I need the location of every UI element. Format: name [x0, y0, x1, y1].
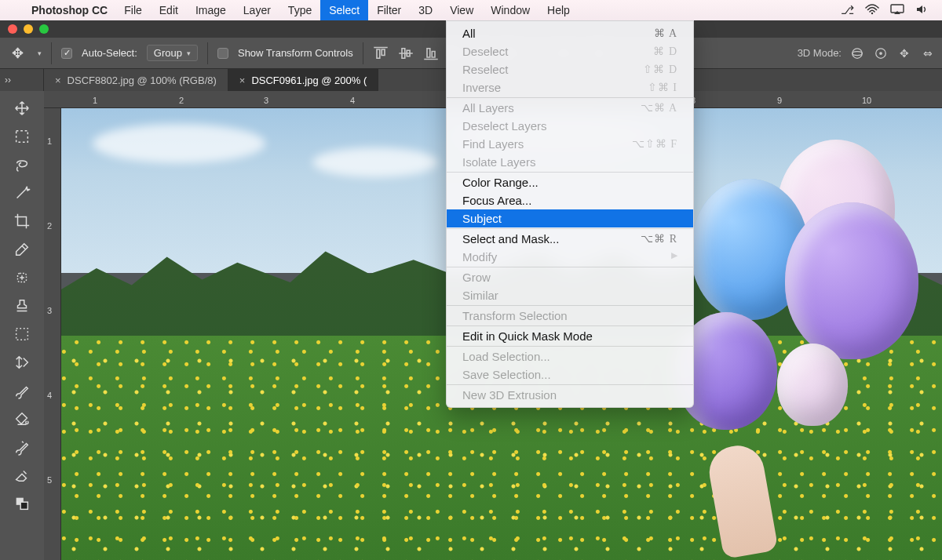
auto-select-checkbox[interactable]	[61, 48, 72, 59]
document-tab[interactable]: ×DSCF0961.jpg @ 200% (	[228, 69, 378, 91]
ruler-h-label: 10	[862, 96, 871, 105]
crop-tool-icon[interactable]	[6, 207, 38, 235]
menuitem-shortcut: ⇧⌘ I	[648, 81, 677, 94]
menuitem-label: Find Layers	[462, 137, 524, 151]
menu-view[interactable]: View	[441, 0, 482, 20]
menu-window[interactable]: Window	[482, 0, 539, 20]
menuitem-label: Deselect	[462, 45, 508, 58]
heal-tool-icon[interactable]	[6, 264, 38, 292]
brush-tool-icon[interactable]	[6, 376, 38, 405]
move-tool-icon[interactable]	[6, 94, 38, 122]
menuitem-select-and-mask[interactable]: Select and Mask...⌥⌘ R	[447, 230, 693, 248]
menuitem-shortcut: ⌥⌘ R	[641, 232, 677, 245]
tab-label: DSCF8802.jpg @ 100% (RGB/8)	[68, 75, 217, 86]
menu-3d[interactable]: 3D	[410, 0, 441, 20]
tools-panel	[0, 91, 44, 560]
auto-select-dropdown[interactable]: Group ▾	[147, 45, 198, 61]
divider	[51, 42, 52, 64]
3d-roll-icon[interactable]	[873, 45, 889, 61]
ruler-v-label: 2	[47, 221, 52, 231]
foreground-bg-tool-icon[interactable]	[6, 489, 38, 518]
stamp-tool-icon[interactable]	[6, 292, 38, 320]
menu-file[interactable]: File	[115, 0, 151, 20]
menu-help[interactable]: Help	[539, 0, 579, 20]
menuitem-label: Transform Selection	[462, 309, 568, 322]
menuitem-transform-selection: Transform Selection	[447, 307, 693, 325]
menu-image[interactable]: Image	[187, 0, 235, 20]
align-vcenter-icon[interactable]	[398, 45, 414, 61]
menuitem-grow: Grow	[447, 268, 693, 286]
ruler-v-label: 4	[47, 391, 52, 400]
3d-orbit-icon[interactable]	[849, 45, 865, 61]
show-transform-label: Show Transform Controls	[238, 47, 353, 59]
airplay-icon[interactable]	[890, 4, 904, 17]
menuitem-isolate-layers: Isolate Layers	[447, 153, 693, 171]
menu-filter[interactable]: Filter	[368, 0, 410, 20]
menuitem-label: Similar	[462, 289, 498, 302]
menu-edit[interactable]: Edit	[151, 0, 187, 20]
menuitem-similar: Similar	[447, 286, 693, 304]
lasso-tool-icon[interactable]	[6, 151, 38, 179]
ruler-h-label: 9	[777, 96, 782, 105]
3d-slide-icon[interactable]: ⇔	[920, 45, 936, 61]
volume-icon[interactable]	[915, 4, 929, 17]
history-brush-tool-icon[interactable]	[6, 433, 38, 461]
close-tab-icon[interactable]: ×	[239, 75, 246, 86]
vertical-ruler[interactable]: 12345	[44, 108, 61, 560]
menu-layer[interactable]: Layer	[235, 0, 279, 20]
menu-select[interactable]: Select	[320, 0, 368, 20]
menuitem-color-range[interactable]: Color Range...	[447, 173, 693, 191]
minimize-window-button[interactable]	[24, 24, 33, 34]
document-tab[interactable]: ×DSCF8802.jpg @ 100% (RGB/8)	[44, 69, 228, 91]
menuitem-edit-in-quick-mask-mode[interactable]: Edit in Quick Mask Mode	[447, 327, 693, 345]
align-top-icon[interactable]	[373, 45, 389, 61]
menu-separator	[447, 305, 693, 306]
menuitem-deselect: Deselect⌘ D	[447, 42, 693, 60]
menuitem-shortcut: ⌘ A	[654, 27, 677, 40]
select-menu-dropdown: All⌘ ADeselect⌘ DReselect⇧⌘ DInverse⇧⌘ I…	[446, 20, 694, 408]
menuitem-new-3d-extrusion: New 3D Extrusion	[447, 386, 693, 404]
marquee-dashed-tool-icon[interactable]	[6, 320, 38, 348]
eyedropper-tool-icon[interactable]	[6, 235, 38, 264]
menuitem-label: Edit in Quick Mask Mode	[462, 329, 593, 343]
menu-separator	[447, 384, 693, 385]
bluetooth-icon[interactable]: ⎇	[841, 3, 854, 17]
menuitem-label: Select and Mask...	[462, 232, 559, 245]
fill-bucket-tool-icon[interactable]	[6, 405, 38, 433]
align-bottom-icon[interactable]	[423, 45, 439, 61]
tool-preset-chevron-icon[interactable]: ▾	[38, 49, 42, 57]
close-tab-icon[interactable]: ×	[55, 75, 61, 86]
menuitem-all[interactable]: All⌘ A	[447, 24, 693, 42]
menuitem-shortcut: ⇧⌘ D	[643, 63, 677, 76]
menuitem-label: All	[462, 27, 476, 40]
menuitem-label: Color Range...	[462, 176, 539, 189]
close-window-button[interactable]	[8, 24, 17, 34]
expand-panels-icon[interactable]: ››	[0, 69, 44, 91]
svg-point-0	[871, 12, 873, 13]
wifi-icon[interactable]	[865, 4, 879, 17]
svg-rect-6	[16, 131, 28, 143]
menuitem-subject[interactable]: Subject	[447, 209, 693, 227]
menuitem-focus-area[interactable]: Focus Area...	[447, 191, 693, 209]
auto-select-value: Group	[154, 47, 182, 59]
menu-separator	[447, 346, 693, 347]
submenu-arrow-icon: ▶	[671, 250, 677, 264]
app-name[interactable]: Photoshop CC	[24, 4, 115, 16]
zoom-window-button[interactable]	[39, 24, 49, 34]
show-transform-checkbox[interactable]	[217, 48, 228, 59]
menuitem-reselect: Reselect⇧⌘ D	[447, 60, 693, 78]
ruler-h-label: 1	[93, 96, 97, 105]
eraser-tool-icon[interactable]	[6, 461, 38, 489]
menuitem-label: Modify	[462, 250, 497, 264]
menu-type[interactable]: Type	[279, 0, 320, 20]
tab-label: DSCF0961.jpg @ 200% (	[251, 75, 367, 86]
ruler-v-label: 5	[47, 475, 52, 485]
free-transform-tool-icon[interactable]	[6, 348, 38, 376]
menuitem-all-layers: All Layers⌥⌘ A	[447, 99, 693, 117]
marquee-tool-icon[interactable]	[6, 122, 38, 151]
menuitem-label: New 3D Extrusion	[462, 388, 557, 402]
magic-wand-tool-icon[interactable]	[6, 179, 38, 207]
3d-pan-icon[interactable]: ✥	[896, 45, 912, 61]
menuitem-load-selection: Load Selection...	[447, 347, 693, 365]
move-tool-indicator-icon[interactable]: ✥	[6, 42, 28, 64]
